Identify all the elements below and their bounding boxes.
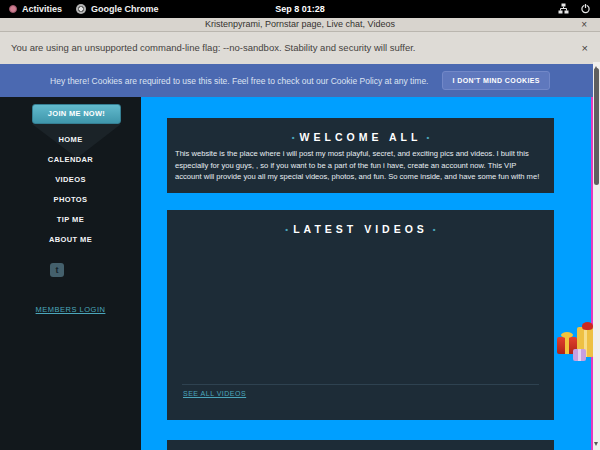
scrollbar-thumb[interactable] [594,68,599,185]
flag-warning-bar: You are using an unsupported command-lin… [0,32,600,64]
network-icon[interactable] [558,0,569,18]
sidebar-item-tip-me[interactable]: TIP ME [0,210,141,230]
latest-videos-panel: •LATEST VIDEOS• SEE ALL VIDEOS [167,210,554,420]
scrollbar-down-arrow-icon[interactable] [594,442,598,446]
members-login-link[interactable]: MEMBERS LOGIN [0,305,141,314]
system-top-bar: Activities Google Chrome Sep 8 01:28 [0,0,600,18]
bullet-icon: • [285,225,288,234]
gift-red-box-ribbon [565,337,569,354]
gift-red-box-bow [561,332,573,338]
welcome-body-text: This website is the place where i will p… [175,148,544,183]
join-me-now-button[interactable]: JOIN ME NOW! [32,104,121,124]
flag-warning-message: You are using an unsupported command-lin… [11,32,416,64]
next-section-panel [167,440,554,450]
window-title-bar: Kristenpyrami, Pornstar page, Live chat,… [0,18,600,32]
gift-red-bow-top [582,322,593,330]
screen: Activities Google Chrome Sep 8 01:28 [0,0,600,450]
browser-scrollbar[interactable] [593,62,600,450]
window-close-icon[interactable]: × [581,18,587,31]
sidebar-item-photos[interactable]: PHOTOS [0,190,141,210]
clock[interactable]: Sep 8 01:28 [0,0,600,18]
sidebar-item-about-me[interactable]: ABOUT ME [0,230,141,250]
welcome-panel: •WELCOME ALL• This website is the place … [167,118,554,193]
cookie-notice-message: Hey there! Cookies are required to use t… [50,76,428,86]
bullet-icon: • [433,225,436,234]
tumblr-icon[interactable]: t [50,263,64,277]
bullet-icon: • [292,133,295,142]
flag-warning-close-icon[interactable]: × [582,32,588,64]
latest-videos-title: •LATEST VIDEOS• [167,223,554,235]
videos-divider [182,384,539,385]
gift-purple-box-ribbon [578,349,581,361]
window-title: Kristenpyrami, Pornstar page, Live chat,… [0,18,600,31]
welcome-title-text: WELCOME ALL [300,131,422,143]
page-content: JOIN ME NOW! HOME CALENDAR VIDEOS PHOTOS… [0,97,600,450]
bullet-icon: • [426,133,429,142]
power-icon[interactable] [580,0,591,18]
sidebar-item-calendar[interactable]: CALENDAR [0,150,141,170]
sidebar-item-home[interactable]: HOME [0,130,141,150]
latest-videos-title-text: LATEST VIDEOS [293,223,428,235]
cookie-notice-bar: Hey there! Cookies are required to use t… [0,64,600,97]
welcome-title: •WELCOME ALL• [167,131,554,143]
sidebar-item-videos[interactable]: VIDEOS [0,170,141,190]
sidebar-nav: HOME CALENDAR VIDEOS PHOTOS TIP ME ABOUT… [0,130,141,250]
see-all-videos-link[interactable]: SEE ALL VIDEOS [183,390,246,397]
sidebar: JOIN ME NOW! HOME CALENDAR VIDEOS PHOTOS… [0,97,141,450]
cookie-accept-button[interactable]: I DON'T MIND COOKIES [442,71,549,90]
